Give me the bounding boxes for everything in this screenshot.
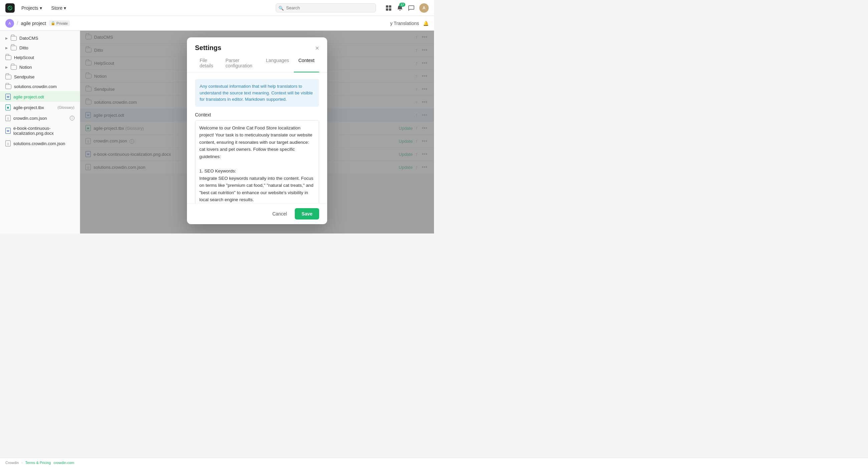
modal-body: Any contextual information that will hel… [187, 72, 327, 203]
context-textarea[interactable] [195, 120, 319, 203]
tab-context[interactable]: Context [294, 54, 319, 72]
translations-label: y Translations [390, 21, 419, 26]
settings-modal: Settings × File details Parser configura… [187, 37, 327, 224]
tbx-file-icon [5, 104, 11, 110]
nav-right-icons: 17 A [385, 3, 429, 13]
store-menu-button[interactable]: Store ▾ [49, 4, 69, 12]
modal-tabs: File details Parser configuration Langua… [187, 54, 327, 72]
sidebar-item-agile-tbx[interactable]: agile-project.tbx (Glossary) [0, 102, 80, 113]
right-area: DatoCMS ↑ ••• Ditto ↑ ••• HelpScout ↑ ••… [80, 31, 434, 234]
folder-icon [11, 46, 17, 51]
top-nav: Projects ▾ Store ▾ 🔍 17 A [0, 0, 434, 16]
sidebar-item-label: e-book-continuous-localization.png.docx [13, 126, 74, 136]
folder-icon [11, 36, 17, 41]
project-avatar: A [5, 19, 14, 28]
context-field-label: Context [195, 112, 319, 118]
save-button[interactable]: Save [295, 208, 319, 220]
sidebar-item-ebook-docx[interactable]: e-book-continuous-localization.png.docx [0, 124, 80, 138]
chevron-right-icon: ▶ [5, 65, 8, 69]
glossary-tag: (Glossary) [57, 105, 74, 109]
sidebar-item-label: solutions.crowdin.com.json [13, 141, 74, 146]
sidebar-item-label: Ditto [19, 45, 74, 51]
modal-close-button[interactable]: × [315, 45, 319, 52]
tab-parser-config[interactable]: Parser configuration [221, 54, 261, 72]
sidebar-item-label: agile project.odt [13, 94, 74, 99]
modal-title: Settings [195, 44, 221, 52]
sidebar-item-solutions-json[interactable]: solutions.crowdin.com.json [0, 138, 80, 149]
search-input[interactable] [276, 3, 376, 12]
sidebar-item-label: Notion [19, 65, 74, 70]
breadcrumb-separator: / [17, 20, 18, 26]
projects-label: Projects [21, 5, 38, 11]
notification-badge: 17 [399, 3, 405, 7]
private-label: Private [56, 21, 68, 25]
docx-file-icon [5, 128, 11, 134]
chevron-right-icon: ▶ [5, 46, 8, 50]
search-container: 🔍 [276, 3, 376, 12]
tab-file-details[interactable]: File details [195, 54, 221, 72]
sidebar-item-notion[interactable]: ▶ Notion [0, 62, 80, 72]
svg-rect-3 [389, 8, 391, 11]
main-layout: ▶ DatoCMS ▶ Ditto HelpScout ▶ Notion Sen… [0, 31, 434, 234]
avatar[interactable]: A [419, 3, 429, 13]
sidebar-item-label: agile-project.tbx [13, 105, 55, 110]
lock-icon: 🔒 [51, 21, 55, 25]
json-file-icon [5, 140, 11, 146]
projects-chevron-icon: ▾ [40, 5, 42, 11]
app-logo[interactable] [5, 3, 15, 13]
sidebar-item-helpscout[interactable]: HelpScout [0, 53, 80, 62]
sidebar-item-solutions[interactable]: solutions.crowdin.com [0, 82, 80, 91]
store-chevron-icon: ▾ [64, 5, 66, 11]
folder-icon [5, 85, 11, 89]
folder-icon [5, 55, 11, 60]
folder-icon [11, 65, 17, 70]
tab-languages[interactable]: Languages [261, 54, 293, 72]
messages-button[interactable] [408, 5, 415, 11]
notification-bell-button[interactable]: 17 [397, 5, 403, 11]
store-label: Store [52, 5, 62, 11]
info-icon: i [70, 116, 74, 121]
project-name: agile project [21, 21, 46, 26]
sidebar-item-crowdin-json[interactable]: crowdin.com.json i [0, 113, 80, 124]
sidebar-item-label: HelpScout [14, 55, 74, 60]
sidebar-item-ditto[interactable]: ▶ Ditto [0, 43, 80, 53]
sidebar-item-label: DatoCMS [19, 36, 74, 41]
svg-rect-1 [389, 5, 391, 8]
secondary-nav-right: y Translations 🔔 [390, 21, 429, 26]
modal-overlay: Settings × File details Parser configura… [80, 31, 434, 234]
cancel-button[interactable]: Cancel [268, 208, 292, 219]
sidebar-item-label: crowdin.com.json [13, 116, 67, 121]
modal-header: Settings × [187, 37, 327, 54]
sidebar-item-datocms[interactable]: ▶ DatoCMS [0, 33, 80, 43]
folder-icon [5, 75, 11, 79]
projects-menu-button[interactable]: Projects ▾ [19, 4, 45, 12]
json-file-icon [5, 115, 11, 121]
sidebar: ▶ DatoCMS ▶ Ditto HelpScout ▶ Notion Sen… [0, 31, 80, 234]
info-text: Any contextual information that will hel… [199, 84, 313, 102]
word-file-icon [5, 94, 11, 100]
secondary-nav: A / agile project 🔒 Private y Translatio… [0, 16, 434, 31]
sidebar-item-label: Sendpulse [14, 74, 74, 79]
svg-rect-0 [386, 5, 388, 8]
secondary-bell-icon[interactable]: 🔔 [423, 21, 429, 26]
info-box: Any contextual information that will hel… [195, 79, 319, 107]
modal-footer: Cancel Save [187, 203, 327, 224]
sidebar-item-agile-odt[interactable]: agile project.odt [0, 91, 80, 102]
search-icon: 🔍 [278, 5, 284, 10]
sidebar-item-sendpulse[interactable]: Sendpulse [0, 72, 80, 82]
chevron-right-icon: ▶ [5, 36, 8, 40]
grid-icon-button[interactable] [385, 5, 392, 11]
svg-rect-2 [386, 8, 388, 11]
sidebar-item-label: solutions.crowdin.com [14, 84, 74, 89]
private-badge: 🔒 Private [49, 20, 70, 26]
